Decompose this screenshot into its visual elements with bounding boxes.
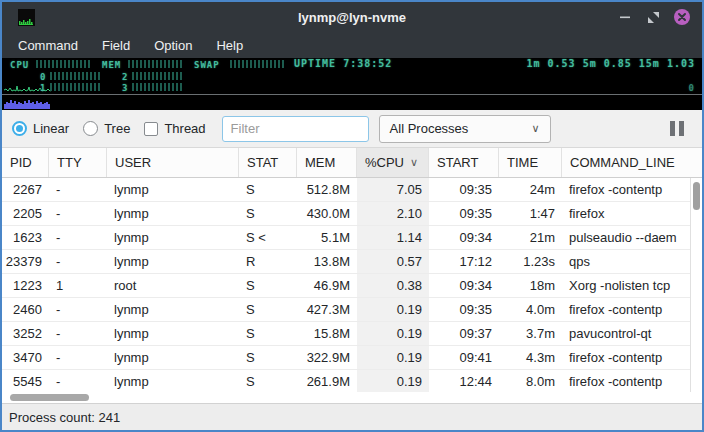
cell-tty: - (49, 298, 107, 321)
cell-time: 4.0m (499, 298, 562, 321)
cell-stat: S (239, 178, 297, 201)
tree-radio[interactable] (83, 121, 98, 136)
column-header-pid[interactable]: PID (2, 148, 49, 177)
cell-mem: 5.1M (297, 226, 357, 249)
cell-user: lynmp (107, 226, 239, 249)
menu-bar: Command Field Option Help (2, 32, 702, 58)
status-bar: Process count: 241 (2, 403, 702, 430)
cell-mem: 261.9M (297, 370, 357, 392)
cell-stat: S (239, 346, 297, 369)
table-row[interactable]: 2267-lynmpS512.8M7.0509:3524mfirefox -co… (2, 178, 690, 202)
cell-cmd: firefox -contentp (562, 370, 690, 392)
filter-input[interactable] (222, 116, 369, 142)
linear-radio-label[interactable]: Linear (33, 121, 69, 136)
column-header-label: COMMAND_LINE (570, 155, 675, 170)
pause-icon[interactable] (670, 121, 684, 136)
cell-stat: S (239, 322, 297, 345)
cell-stat: S (239, 202, 297, 225)
column-header-label: PID (10, 155, 32, 170)
cell-cmd: firefox -contentp (562, 346, 690, 369)
titlebar[interactable]: lynmp@lyn-nvme (2, 2, 702, 32)
menu-command[interactable]: Command (6, 34, 90, 57)
cell-cmd: qps (562, 250, 690, 273)
process-scope-select[interactable]: All Processes ∨ (379, 115, 551, 143)
vertical-scrollbar[interactable] (690, 178, 702, 392)
cell-stat: R (239, 250, 297, 273)
process-scope-value: All Processes (390, 121, 469, 136)
column-header-label: STAT (247, 155, 278, 170)
core1-label: 1 (40, 83, 46, 93)
cell-time: 8.0m (499, 370, 562, 392)
cell-user: lynmp (107, 250, 239, 273)
cell-mem: 13.8M (297, 250, 357, 273)
table-row[interactable]: 2460-lynmpS427.3M0.1909:354.0mfirefox -c… (2, 298, 690, 322)
graph-scale-zero: 0 (689, 83, 695, 93)
close-icon[interactable] (674, 9, 690, 25)
cell-cpu: 1.14 (357, 226, 429, 249)
cell-user: root (107, 274, 239, 297)
column-header-tty[interactable]: TTY (49, 148, 107, 177)
cell-cpu: 2.10 (357, 202, 429, 225)
swap-label: SWAP (194, 60, 220, 70)
cell-start: 17:12 (429, 250, 499, 273)
tree-radio-label[interactable]: Tree (104, 121, 130, 136)
cell-cpu: 0.19 (357, 346, 429, 369)
cell-time: 1.23s (499, 250, 562, 273)
linear-radio[interactable] (12, 121, 27, 136)
cell-cpu: 0.38 (357, 274, 429, 297)
maximize-icon[interactable] (646, 10, 660, 24)
thread-checkbox[interactable] (144, 122, 158, 136)
table-row[interactable]: 23379-lynmpR13.8M0.5717:121.23sqps (2, 250, 690, 274)
cell-cmd: Xorg -nolisten tcp (562, 274, 690, 297)
horizontal-scrollbar-thumb[interactable] (10, 394, 89, 401)
cell-start: 09:37 (429, 322, 499, 345)
cell-cpu: 0.57 (357, 250, 429, 273)
table-row[interactable]: 5545-lynmpS261.9M0.1912:448.0mfirefox -c… (2, 370, 690, 392)
cell-stat: S (239, 298, 297, 321)
column-header-label: USER (115, 155, 151, 170)
table-row[interactable]: 1623-lynmpS <5.1M1.1409:3421mpulseaudio … (2, 226, 690, 250)
column-header-cmd[interactable]: COMMAND_LINE (562, 148, 690, 177)
cell-start: 09:34 (429, 274, 499, 297)
system-monitor-panel[interactable]: CPU MEM SWAP UPTIME 7:38:52 1m 0.53 5m 0… (2, 58, 702, 110)
cell-pid: 23379 (2, 250, 49, 273)
table-row[interactable]: 3252-lynmpS15.8M0.1909:373.7mpavucontrol… (2, 322, 690, 346)
core3-meter (132, 83, 184, 91)
cell-pid: 3470 (2, 346, 49, 369)
vertical-scrollbar-thumb[interactable] (693, 182, 700, 210)
cell-mem: 427.3M (297, 298, 357, 321)
horizontal-scrollbar[interactable] (2, 392, 702, 403)
column-header-user[interactable]: USER (107, 148, 239, 177)
column-header-mem[interactable]: MEM (297, 148, 357, 177)
cell-start: 09:35 (429, 178, 499, 201)
menu-help[interactable]: Help (204, 34, 255, 57)
cell-start: 09:35 (429, 202, 499, 225)
core1-meter (50, 83, 102, 91)
cell-time: 3.7m (499, 322, 562, 345)
window-title: lynmp@lyn-nvme (2, 10, 702, 25)
table-row[interactable]: 3470-lynmpS322.9M0.1909:414.3mfirefox -c… (2, 346, 690, 370)
cpu-meter (36, 60, 92, 68)
cell-time: 4.3m (499, 346, 562, 369)
column-header-label: MEM (305, 155, 335, 170)
cell-user: lynmp (107, 298, 239, 321)
column-header-stat[interactable]: STAT (239, 148, 297, 177)
cell-cmd: pavucontrol-qt (562, 322, 690, 345)
load-histogram-graph (4, 98, 50, 109)
cell-cmd: firefox -contentp (562, 298, 690, 321)
column-header-time[interactable]: TIME (499, 148, 562, 177)
column-header-cpu[interactable]: %CPU∨ (357, 148, 429, 177)
minimize-icon[interactable] (618, 10, 632, 24)
cell-stat: S (239, 274, 297, 297)
menu-field[interactable]: Field (90, 34, 142, 57)
core0-meter (50, 72, 102, 80)
table-row[interactable]: 2205-lynmpS430.0M2.1009:351:47firefox (2, 202, 690, 226)
chevron-down-icon: ∨ (532, 122, 540, 135)
cell-pid: 1623 (2, 226, 49, 249)
process-table: PIDTTYUSERSTATMEM%CPU∨STARTTIMECOMMAND_L… (2, 148, 702, 392)
cell-cpu: 0.19 (357, 298, 429, 321)
thread-checkbox-label[interactable]: Thread (164, 121, 205, 136)
menu-option[interactable]: Option (142, 34, 204, 57)
column-header-start[interactable]: START (429, 148, 499, 177)
table-row[interactable]: 12231rootS46.9M0.3809:3418mXorg -noliste… (2, 274, 690, 298)
